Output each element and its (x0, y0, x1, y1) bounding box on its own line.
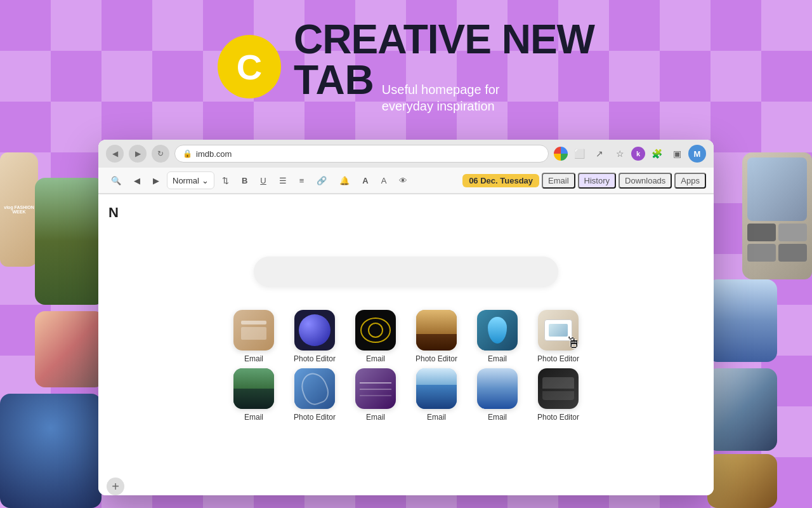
app-item-email-5[interactable]: Email (350, 368, 401, 422)
app-icon-email-4 (233, 368, 274, 409)
side-image-left-2 (35, 178, 105, 305)
app-icon-email-6 (477, 368, 518, 409)
app-icon-email-5 (355, 368, 396, 409)
app-label-email-2: Email (366, 354, 385, 363)
up-down-button[interactable]: ⇅ (217, 171, 234, 189)
app-item-email-1[interactable]: Email (228, 310, 279, 363)
toolbar: 🔍 ◀ ▶ Normal ⌄ ⇅ B U ☰ ≡ 🔗 🔔 A A 👁 06 De… (98, 168, 714, 194)
app-row-2: Email Photo Editor (228, 368, 584, 422)
text-mode-select[interactable]: Normal ⌄ (167, 171, 214, 189)
app-icon-photo-5 (416, 368, 457, 409)
window-button[interactable]: ▣ (668, 145, 686, 163)
app-item-photo-3[interactable]: 🖱 Photo Editor (533, 310, 584, 363)
font-size-button[interactable]: A (376, 171, 392, 189)
app-item-email-6[interactable]: Email (472, 368, 523, 422)
app-label-photo-3: Photo Editor (537, 354, 579, 363)
browser-chrome: ◀ ▶ ↻ 🔒 imdb.com ⬜ ↗ ☆ k 🧩 ▣ M 🔍 ◀ ▶ (98, 140, 714, 194)
header: C CREATIVE NEW TAB Useful homepage for e… (218, 19, 594, 114)
app-icon-photo-3: 🖱 (538, 310, 579, 351)
browser-content[interactable]: N Email (98, 194, 714, 495)
user-avatar: k (631, 147, 645, 161)
add-button[interactable]: + (107, 478, 124, 495)
browser-titlebar: ◀ ▶ ↻ 🔒 imdb.com ⬜ ↗ ☆ k 🧩 ▣ M (98, 140, 714, 168)
header-title-line1: CREATIVE NEW (294, 19, 594, 60)
numbered-list-button[interactable]: ≡ (294, 171, 310, 189)
app-label-email-4: Email (244, 413, 263, 422)
side-image-right-4 (707, 454, 777, 508)
lock-icon: 🔒 (183, 149, 192, 158)
side-image-right-1 (742, 152, 812, 279)
forward-text-button[interactable]: ▶ (148, 171, 164, 189)
url-text: imdb.com (196, 149, 232, 159)
screenshot-button[interactable]: ⬜ (570, 145, 588, 163)
app-item-email-4[interactable]: Email (228, 368, 279, 422)
header-text: CREATIVE NEW TAB Useful homepage for eve… (294, 19, 594, 114)
app-icon-photo-4 (294, 368, 335, 409)
app-item-photo-2[interactable]: Photo Editor (411, 310, 462, 363)
share-button[interactable]: ↗ (591, 145, 608, 163)
eye-button[interactable]: 👁 (394, 171, 412, 189)
app-item-email-3[interactable]: Email (472, 310, 523, 363)
side-image-left-3 (35, 311, 105, 387)
header-title-line2: TAB (294, 60, 374, 100)
back-text-button[interactable]: ◀ (129, 171, 145, 189)
bold-button[interactable]: B (237, 171, 252, 189)
history-nav-button[interactable]: History (578, 173, 616, 189)
app-label-email-5: Email (366, 413, 385, 422)
app-label-email-3: Email (488, 354, 507, 363)
search-button[interactable]: 🔍 (106, 171, 126, 189)
app-row-1: Email Photo Editor (228, 310, 584, 363)
app-icon-photo-2 (416, 310, 457, 351)
app-icon-photo-1 (294, 310, 335, 351)
app-label-photo-2: Photo Editor (416, 354, 457, 363)
app-label-photo-1: Photo Editor (294, 354, 336, 363)
logo-letter: C (237, 46, 262, 88)
profile-circle[interactable]: M (688, 145, 706, 163)
browser-window: ◀ ▶ ↻ 🔒 imdb.com ⬜ ↗ ☆ k 🧩 ▣ M 🔍 ◀ ▶ (98, 140, 714, 495)
google-icon (554, 147, 568, 161)
app-item-photo-4[interactable]: Photo Editor (289, 368, 340, 422)
header-subtitle-row: TAB Useful homepage for everyday inspira… (294, 60, 594, 114)
search-bar[interactable] (254, 257, 558, 287)
app-item-email-2[interactable]: Email (350, 310, 401, 363)
app-label-photo-6: Photo Editor (537, 413, 579, 422)
side-image-right-3 (707, 368, 777, 451)
app-icon-photo-6 (538, 368, 579, 409)
reload-button[interactable]: ↻ (152, 145, 169, 163)
app-label-email-1: Email (244, 354, 263, 363)
app-icon-email-2 (355, 310, 396, 351)
star-button[interactable]: ☆ (611, 145, 629, 163)
apps-nav-button[interactable]: Apps (674, 173, 706, 189)
app-item-photo-5[interactable]: Email (411, 368, 462, 422)
header-tagline: Useful homepage for everyday inspiration (382, 81, 500, 114)
forward-button[interactable]: ▶ (129, 145, 147, 163)
extensions-button[interactable]: 🧩 (648, 145, 665, 163)
app-label-photo-4: Photo Editor (294, 413, 336, 422)
link-button[interactable]: 🔗 (311, 171, 332, 189)
email-nav-button[interactable]: Email (542, 173, 575, 189)
back-button[interactable]: ◀ (106, 145, 124, 163)
bell-button[interactable]: 🔔 (334, 171, 355, 189)
app-icon-email-3 (477, 310, 518, 351)
address-bar[interactable]: 🔒 imdb.com (174, 145, 549, 163)
date-badge: 06 Dec. Tuesday (462, 174, 539, 187)
side-image-right-2 (707, 279, 777, 362)
app-grid: Email Photo Editor (108, 310, 704, 432)
logo-circle: C (218, 35, 281, 98)
app-icon-email-1 (233, 310, 274, 351)
app-item-photo-6[interactable]: Photo Editor (533, 368, 584, 422)
app-label-photo-5: Email (427, 413, 446, 422)
font-color-button[interactable]: A (357, 171, 373, 189)
cursor-icon: 🖱 (566, 335, 579, 351)
dropdown-arrow-icon: ⌄ (202, 176, 209, 185)
content-letter: N (108, 204, 704, 221)
underline-button[interactable]: U (255, 171, 271, 189)
side-image-left-1: vlog FASHION WEEK (0, 152, 38, 267)
browser-actions: ⬜ ↗ ☆ k 🧩 ▣ M (554, 145, 706, 163)
downloads-nav-button[interactable]: Downloads (619, 173, 672, 189)
side-image-left-4 (0, 394, 102, 508)
bullet-list-button[interactable]: ☰ (274, 171, 292, 189)
app-item-photo-1[interactable]: Photo Editor (289, 310, 340, 363)
app-label-email-6: Email (488, 413, 507, 422)
